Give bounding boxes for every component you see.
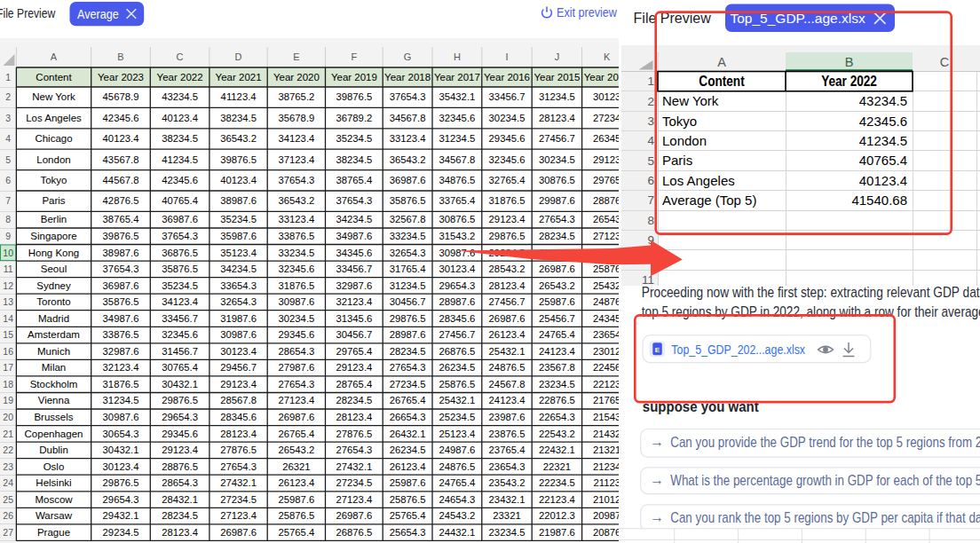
svg-text:30654.3: 30654.3 (103, 429, 139, 439)
svg-text:29345.6: 29345.6 (162, 429, 198, 439)
svg-text:Exit preview: Exit preview (557, 6, 617, 20)
svg-text:9: 9 (5, 231, 11, 241)
svg-text:31876.5: 31876.5 (103, 379, 139, 390)
svg-text:6: 6 (5, 175, 11, 185)
svg-text:38765.4: 38765.4 (103, 214, 139, 224)
svg-text:36876.5: 36876.5 (162, 248, 198, 258)
svg-text:25987.6: 25987.6 (539, 296, 575, 307)
svg-text:27456.7: 27456.7 (439, 329, 475, 340)
svg-text:27987.6: 27987.6 (278, 362, 314, 373)
svg-text:34876.5: 34876.5 (439, 175, 475, 185)
svg-text:File Preview: File Preview (0, 6, 56, 20)
svg-text:28123.4: 28123.4 (162, 527, 198, 538)
svg-text:Prague: Prague (37, 527, 70, 538)
svg-text:32345.6: 32345.6 (162, 329, 198, 340)
svg-text:22543.2: 22543.2 (539, 429, 575, 439)
svg-text:37123.4: 37123.4 (278, 154, 314, 165)
svg-text:Year 2022: Year 2022 (157, 72, 203, 83)
svg-text:29432.1: 29432.1 (103, 510, 139, 521)
svg-text:29654.3: 29654.3 (439, 280, 475, 291)
svg-text:28234.5: 28234.5 (162, 510, 198, 521)
svg-text:26543: 26543 (593, 214, 620, 224)
svg-text:Year 2021: Year 2021 (216, 72, 262, 83)
svg-text:14: 14 (3, 313, 13, 324)
svg-text:41540.68: 41540.68 (851, 193, 907, 208)
svg-text:Hong Kong: Hong Kong (28, 248, 80, 258)
svg-text:31234.5: 31234.5 (103, 395, 139, 405)
svg-text:35432.1: 35432.1 (439, 91, 475, 102)
svg-text:24543.2: 24543.2 (439, 510, 475, 521)
svg-text:21432: 21432 (593, 429, 620, 439)
svg-text:23654: 23654 (593, 329, 620, 340)
svg-text:24123.4: 24123.4 (489, 395, 526, 405)
svg-text:30456.7: 30456.7 (336, 329, 372, 340)
svg-text:38234.5: 38234.5 (220, 113, 257, 123)
svg-text:35876.5: 35876.5 (390, 195, 426, 206)
svg-text:29234.5: 29234.5 (103, 527, 139, 538)
svg-text:23876.5: 23876.5 (489, 429, 526, 439)
svg-text:20: 20 (3, 412, 13, 422)
svg-text:B: B (117, 51, 123, 62)
svg-text:29765.4: 29765.4 (336, 346, 372, 357)
svg-text:26987.6: 26987.6 (336, 510, 372, 521)
svg-text:35123.4: 35123.4 (220, 248, 257, 258)
svg-text:33456.7: 33456.7 (336, 264, 372, 274)
svg-text:29123.4: 29123.4 (220, 379, 257, 390)
svg-text:28123.4: 28123.4 (220, 429, 257, 439)
svg-text:Berlin: Berlin (41, 214, 67, 224)
svg-text:Year 2023: Year 2023 (98, 72, 144, 83)
svg-text:Paris: Paris (662, 153, 692, 168)
svg-text:33234.5: 33234.5 (390, 231, 426, 241)
svg-text:32654.3: 32654.3 (220, 296, 257, 307)
svg-text:30987.6: 30987.6 (439, 248, 475, 258)
svg-text:31876.5: 31876.5 (278, 280, 314, 291)
svg-text:21234: 21234 (593, 461, 620, 472)
svg-text:28123.4: 28123.4 (489, 280, 526, 291)
svg-text:21: 21 (3, 429, 13, 439)
svg-text:29654.3: 29654.3 (103, 494, 139, 505)
svg-text:33654.3: 33654.3 (220, 280, 257, 291)
svg-text:22456: 22456 (593, 362, 620, 373)
svg-text:33234.5: 33234.5 (278, 248, 314, 258)
svg-text:32123.4: 32123.4 (103, 362, 139, 373)
svg-text:32987.6: 32987.6 (336, 280, 372, 291)
svg-text:H: H (454, 51, 461, 62)
svg-text:30987.6: 30987.6 (103, 412, 139, 422)
svg-text:27123: 27123 (593, 231, 620, 241)
svg-text:33456.7: 33456.7 (162, 313, 198, 324)
svg-text:23654.3: 23654.3 (489, 461, 526, 472)
svg-text:40123.4: 40123.4 (220, 175, 257, 185)
svg-text:24432.1: 24432.1 (439, 527, 475, 538)
svg-text:30123.4: 30123.4 (103, 461, 139, 472)
svg-text:29123.4: 29123.4 (162, 445, 198, 455)
svg-text:34567.8: 34567.8 (390, 113, 426, 123)
svg-text:23234.5: 23234.5 (539, 379, 575, 390)
svg-text:10: 10 (3, 248, 13, 258)
svg-text:New York: New York (662, 93, 719, 108)
svg-text:38234.5: 38234.5 (162, 133, 198, 144)
svg-text:→ What is the percentage grow: → What is the percentage growth in GDP f… (650, 469, 980, 489)
svg-text:23765.4: 23765.4 (489, 445, 526, 455)
svg-text:41234.5: 41234.5 (859, 133, 907, 148)
svg-text:Average (Top 5): Average (Top 5) (662, 193, 756, 208)
svg-text:I: I (505, 51, 508, 62)
svg-text:28234.5: 28234.5 (336, 395, 372, 405)
svg-text:E: E (655, 346, 660, 354)
svg-text:35987.6: 35987.6 (220, 231, 257, 241)
svg-text:26876.5: 26876.5 (336, 527, 372, 538)
svg-text:K: K (604, 51, 611, 62)
svg-text:15: 15 (3, 329, 13, 340)
svg-text:34987.6: 34987.6 (103, 313, 139, 324)
svg-text:Year 2022: Year 2022 (821, 74, 877, 89)
svg-text:35234.5: 35234.5 (336, 133, 372, 144)
svg-text:28543.2: 28543.2 (489, 264, 526, 274)
svg-text:Chicago: Chicago (35, 133, 72, 144)
svg-text:26987.6: 26987.6 (220, 527, 257, 538)
svg-text:36987.6: 36987.6 (162, 214, 198, 224)
svg-text:6: 6 (647, 174, 654, 187)
svg-text:40123.4: 40123.4 (162, 113, 198, 123)
svg-text:39876.5: 39876.5 (220, 154, 257, 165)
svg-text:22234.5: 22234.5 (539, 477, 575, 488)
svg-text:22432.1: 22432.1 (539, 445, 575, 455)
svg-text:36543.2: 36543.2 (220, 133, 257, 144)
